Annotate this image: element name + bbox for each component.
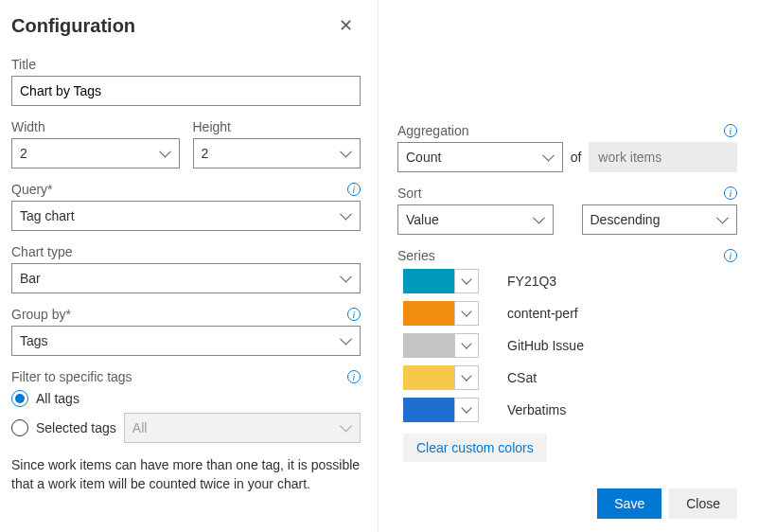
group-by-select[interactable]: Tags <box>11 326 361 356</box>
chart-type-select[interactable]: Bar <box>11 263 361 293</box>
width-value: 2 <box>20 146 27 161</box>
series-color-swatch <box>403 365 454 390</box>
series-color-dropdown[interactable] <box>454 333 479 358</box>
series-item-label: FY21Q3 <box>507 274 556 289</box>
width-select[interactable]: 2 <box>11 138 180 168</box>
close-button[interactable]: Close <box>669 488 737 519</box>
selected-tags-radio[interactable] <box>11 419 28 436</box>
aggregation-select[interactable]: Count <box>397 142 563 172</box>
series-item-label: GitHub Issue <box>507 338 584 353</box>
info-icon[interactable]: i <box>347 308 361 321</box>
clear-custom-colors-button[interactable]: Clear custom colors <box>403 434 547 462</box>
aggregation-value: Count <box>406 150 441 165</box>
config-title: Configuration <box>11 15 135 37</box>
aggregation-of-label: of <box>571 150 582 165</box>
selected-tags-value: All <box>132 420 148 435</box>
sort-field-select[interactable]: Value <box>397 204 554 235</box>
group-by-label: Group by* <box>11 307 71 322</box>
series-color-swatch <box>403 333 454 358</box>
save-button[interactable]: Save <box>597 488 661 519</box>
filter-label: Filter to specific tags <box>11 369 132 384</box>
info-icon[interactable]: i <box>347 370 361 383</box>
height-select[interactable]: 2 <box>193 138 361 168</box>
title-input[interactable] <box>11 76 361 106</box>
query-select[interactable]: Tag chart <box>11 201 361 231</box>
series-item-label: CSat <box>507 370 537 385</box>
series-color-dropdown[interactable] <box>454 301 479 326</box>
series-row: GitHub Issue <box>403 333 737 358</box>
info-icon[interactable]: i <box>347 183 361 196</box>
title-label: Title <box>11 57 361 72</box>
series-row: CSat <box>403 365 737 390</box>
sort-field-value: Value <box>406 212 439 227</box>
width-label: Width <box>11 119 180 134</box>
chart-type-value: Bar <box>20 271 41 286</box>
selected-tags-label: Selected tags <box>36 420 116 435</box>
sort-label: Sort <box>397 186 422 201</box>
series-row: FY21Q3 <box>403 269 737 293</box>
series-row: Verbatims <box>403 398 737 422</box>
height-label: Height <box>193 119 361 134</box>
info-icon[interactable]: i <box>724 186 737 200</box>
sort-direction-value: Descending <box>591 212 661 227</box>
series-row: content-perf <box>403 301 737 326</box>
selected-tags-select: All <box>124 413 361 443</box>
info-icon[interactable]: i <box>724 124 737 137</box>
query-label: Query* <box>11 182 53 197</box>
series-color-dropdown[interactable] <box>454 398 479 422</box>
info-icon[interactable]: i <box>724 249 737 262</box>
filter-note: Since work items can have more than one … <box>11 456 361 493</box>
series-color-dropdown[interactable] <box>454 269 479 293</box>
all-tags-radio[interactable] <box>11 390 28 407</box>
close-icon[interactable]: ✕ <box>331 11 361 40</box>
height-value: 2 <box>202 146 209 161</box>
sort-direction-select[interactable]: Descending <box>582 204 738 235</box>
series-item-label: content-perf <box>507 306 578 321</box>
series-color-swatch <box>403 269 454 293</box>
series-label: Series <box>397 248 435 263</box>
series-color-dropdown[interactable] <box>454 365 479 390</box>
series-item-label: Verbatims <box>507 402 566 417</box>
series-color-swatch <box>403 301 454 326</box>
all-tags-label: All tags <box>36 391 79 406</box>
series-color-swatch <box>403 398 454 422</box>
aggregation-label: Aggregation <box>397 123 469 138</box>
query-value: Tag chart <box>20 208 75 223</box>
group-by-value: Tags <box>20 333 48 348</box>
chart-type-label: Chart type <box>11 244 361 259</box>
aggregation-target: work items <box>589 142 737 172</box>
